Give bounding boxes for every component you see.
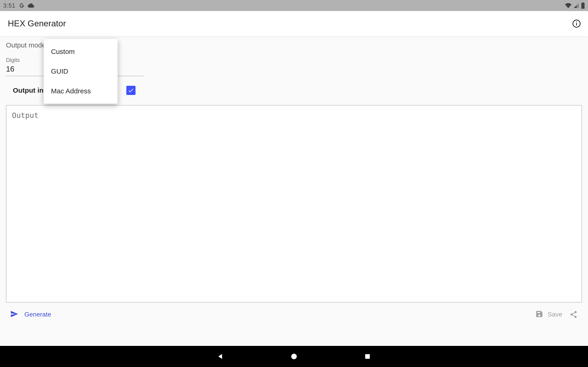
info-button[interactable]	[572, 19, 581, 28]
output-textarea[interactable]: Output	[6, 105, 582, 302]
triangle-back-icon	[217, 353, 224, 360]
app-bar: HEX Generator	[0, 11, 588, 36]
check-icon	[128, 87, 134, 94]
output-placeholder: Output	[12, 111, 39, 120]
send-icon	[10, 310, 18, 319]
save-button[interactable]: Save	[535, 310, 562, 319]
generate-label: Generate	[24, 311, 51, 318]
android-nav-bar	[0, 346, 588, 367]
nav-back-button[interactable]	[216, 352, 225, 361]
generate-button[interactable]: Generate	[10, 310, 51, 319]
svg-point-3	[291, 354, 297, 359]
share-button[interactable]	[569, 310, 578, 319]
app-title: HEX Generator	[8, 19, 66, 28]
cell-signal-icon	[573, 2, 579, 8]
wifi-icon	[565, 2, 571, 9]
svg-rect-2	[576, 22, 577, 22]
svg-rect-4	[365, 354, 370, 359]
status-time: 3:51	[3, 2, 15, 9]
share-icon	[569, 310, 578, 319]
menu-item-mac-address[interactable]: Mac Address	[44, 81, 118, 101]
bottom-action-bar: Generate Save	[0, 302, 588, 326]
save-label: Save	[548, 311, 562, 318]
svg-rect-1	[576, 23, 577, 25]
menu-item-guid[interactable]: GUID	[44, 61, 118, 81]
circle-home-icon	[290, 353, 298, 360]
save-icon	[535, 310, 544, 319]
uppercase-checkbox[interactable]	[126, 86, 136, 95]
nav-home-button[interactable]	[289, 352, 299, 361]
android-status-bar: 3:51	[0, 0, 588, 11]
square-recent-icon	[364, 353, 371, 360]
google-g-icon	[19, 2, 25, 8]
output-mode-menu: Custom GUID Mac Address	[44, 39, 118, 104]
nav-recent-button[interactable]	[363, 352, 372, 361]
cloud-icon	[28, 2, 34, 9]
menu-item-custom[interactable]: Custom	[44, 42, 118, 61]
battery-icon	[581, 2, 585, 9]
